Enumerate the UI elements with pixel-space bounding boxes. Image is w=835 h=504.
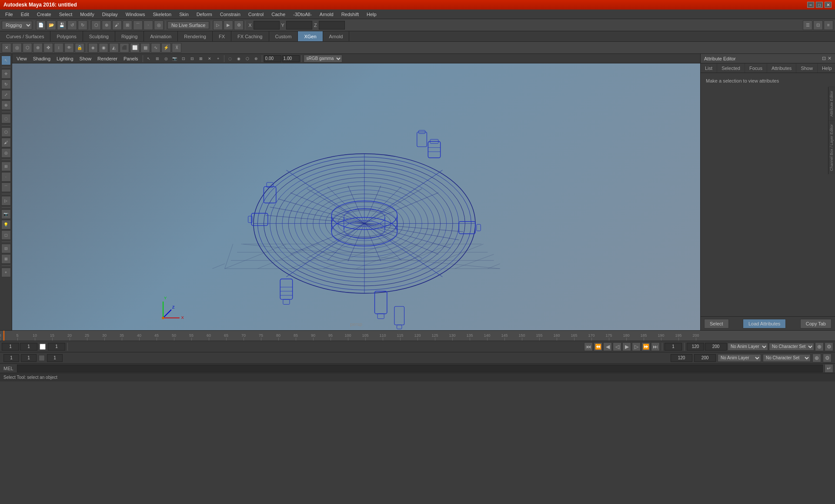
step-fwd-button[interactable]: ⏩ (641, 342, 650, 351)
menu-edit[interactable]: Edit (17, 11, 33, 18)
mel-execute-button[interactable]: ↵ (825, 364, 833, 373)
settings-transport-button[interactable]: ⚙ (825, 342, 833, 351)
step-back-button[interactable]: ⏪ (594, 342, 602, 351)
xgen-btn-11[interactable]: ◭ (109, 43, 119, 53)
attr-select-button[interactable]: Select (704, 319, 729, 328)
char-set-button[interactable]: ⊕ (815, 342, 824, 351)
camera-button[interactable]: 📷 (1, 209, 11, 219)
vp-btn-5[interactable]: ⊡ (180, 55, 187, 63)
vp-btn-7[interactable]: ⊠ (197, 55, 205, 63)
vp-menu-shading[interactable]: Shading (30, 55, 53, 62)
tab-animation[interactable]: Animation (144, 31, 178, 41)
char-set-bottom-dropdown[interactable]: No Character Set (763, 354, 811, 362)
xgen-btn-14[interactable]: ▦ (140, 43, 150, 53)
xgen-btn-12[interactable]: ⬛ (120, 43, 129, 53)
scale-tool-button[interactable]: ⤢ (1, 90, 11, 99)
tab-sculpting[interactable]: Sculpting (83, 31, 115, 41)
side-tab-channel-box[interactable]: Channel Box / Layer Editor (828, 120, 835, 175)
frame-all-button[interactable]: ⊠ (1, 254, 11, 264)
tab-rendering[interactable]: Rendering (178, 31, 213, 41)
vp-menu-renderer[interactable]: Renderer (95, 55, 120, 62)
attr-editor-float-button[interactable]: ⊡ (822, 56, 826, 61)
jump-end-button[interactable]: ⏭ (651, 342, 660, 351)
menu-display[interactable]: Display (99, 11, 121, 18)
frame-start-field[interactable] (2, 343, 19, 351)
vp-menu-view[interactable]: View (14, 55, 30, 62)
z-field[interactable] (319, 21, 345, 30)
select-button[interactable]: ⬡ (91, 20, 101, 30)
paint-select-button[interactable]: 🖌 (112, 20, 122, 30)
attr-load-button[interactable]: Load Attributes (743, 319, 786, 328)
tab-custom[interactable]: Custom (269, 31, 298, 41)
side-tab-attribute-editor[interactable]: Attribute Editor (828, 87, 835, 120)
gamma-dropdown[interactable]: sRGB gamma (304, 55, 342, 63)
attr-editor-close-button[interactable]: ✕ (828, 56, 832, 61)
open-scene-button[interactable]: 📂 (47, 20, 56, 30)
menu-help[interactable]: Help (363, 11, 380, 18)
xgen-btn-4[interactable]: ⊕ (33, 43, 43, 53)
move-tool-button[interactable]: ✛ (1, 69, 11, 79)
menu-file[interactable]: File (2, 11, 17, 18)
attr-tab-show[interactable]: Show (796, 63, 818, 73)
no-live-surface-button[interactable]: No Live Surface (167, 21, 209, 29)
close-button[interactable]: ✕ (825, 2, 832, 8)
frame-value-field[interactable] (48, 343, 65, 351)
soft-select-button[interactable]: ◌ (1, 114, 11, 123)
attr-tab-focus[interactable]: Focus (745, 63, 767, 73)
render-settings-button[interactable]: ⚙ (234, 20, 244, 30)
lasso-select-button[interactable]: ⬡ (1, 127, 11, 137)
save-scene-button[interactable]: 💾 (57, 20, 67, 30)
vp-btn-4[interactable]: 📷 (171, 55, 179, 63)
vp-val1-field[interactable] (264, 55, 281, 62)
mel-input[interactable] (17, 365, 823, 372)
xgen-btn-17[interactable]: ⊼ (172, 43, 181, 53)
menu-create[interactable]: Create (33, 11, 55, 18)
vp-btn-12[interactable]: ⬡ (244, 55, 251, 63)
menu-skeleton[interactable]: Skeleton (149, 11, 175, 18)
menu-skin[interactable]: Skin (176, 11, 192, 18)
next-frame-button[interactable]: ▷ (632, 342, 641, 351)
play-back-button[interactable]: ◁ (613, 342, 621, 351)
vp-btn-8[interactable]: ✕ (206, 55, 214, 63)
menu-modify[interactable]: Modify (77, 11, 97, 18)
range-start-field[interactable] (705, 343, 727, 351)
range-end-bottom[interactable] (694, 354, 716, 362)
attr-tab-selected[interactable]: Selected (717, 63, 745, 73)
universal-manip-button[interactable]: ⊕ (1, 100, 11, 110)
tab-rigging[interactable]: Rigging (115, 31, 144, 41)
expand-button[interactable]: + (1, 268, 11, 277)
undo-button[interactable]: ↺ (67, 20, 77, 30)
snap-grid-left-button[interactable]: ⊞ (1, 162, 11, 171)
hide-button[interactable]: ◻ (1, 230, 11, 240)
editor-button[interactable]: ≡ (824, 20, 833, 30)
y-field[interactable] (286, 21, 312, 30)
attr-tab-attributes[interactable]: Attributes (767, 63, 796, 73)
settings-button[interactable]: ☰ (803, 20, 812, 30)
rotate-tool-button[interactable]: ↻ (1, 80, 11, 89)
menu-deform[interactable]: Deform (193, 11, 216, 18)
tab-xgen[interactable]: XGen (298, 31, 323, 41)
snap-surface-button[interactable]: ◎ (154, 20, 164, 30)
xgen-btn-5[interactable]: ✤ (43, 43, 53, 53)
menu-3dtooall[interactable]: -3DtoAll- (290, 11, 315, 18)
xgen-btn-8[interactable]: 🔒 (75, 43, 84, 53)
snap-curve-left-button[interactable]: ⌒ (1, 182, 11, 192)
attr-tab-help[interactable]: Help (818, 63, 835, 73)
vp-btn-9[interactable]: + (214, 55, 222, 63)
snap-point-left-button[interactable]: · (1, 172, 11, 182)
menu-select[interactable]: Select (56, 11, 76, 18)
menu-control[interactable]: Control (245, 11, 267, 18)
jump-start-button[interactable]: ⏮ (584, 342, 593, 351)
lasso-button[interactable]: ⊕ (102, 20, 111, 30)
layout-button[interactable]: ⊡ (813, 20, 823, 30)
play-forward-button[interactable]: ▶ (622, 342, 631, 351)
xgen-btn-13[interactable]: ⬜ (130, 43, 140, 53)
vp-btn-6[interactable]: ⊟ (188, 55, 196, 63)
tab-fx[interactable]: FX (213, 31, 231, 41)
tab-arnold[interactable]: Arnold (323, 31, 350, 41)
tab-polygons[interactable]: Polygons (50, 31, 83, 41)
vp-btn-10[interactable]: ◌ (226, 55, 234, 63)
menu-windows[interactable]: Windows (122, 11, 149, 18)
minimize-button[interactable]: – (807, 2, 814, 8)
range-field-2[interactable] (21, 354, 37, 362)
